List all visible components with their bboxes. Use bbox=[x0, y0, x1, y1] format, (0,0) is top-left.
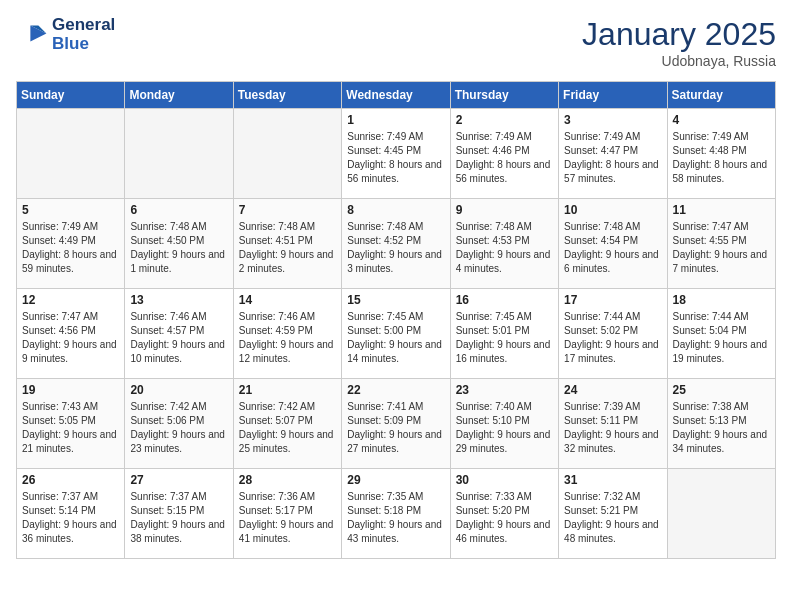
calendar-cell: 7Sunrise: 7:48 AMSunset: 4:51 PMDaylight… bbox=[233, 199, 341, 289]
day-number: 6 bbox=[130, 203, 227, 217]
cell-details: Sunrise: 7:39 AMSunset: 5:11 PMDaylight:… bbox=[564, 400, 661, 456]
logo: General Blue bbox=[16, 16, 115, 53]
day-number: 3 bbox=[564, 113, 661, 127]
day-number: 16 bbox=[456, 293, 553, 307]
calendar-cell: 23Sunrise: 7:40 AMSunset: 5:10 PMDayligh… bbox=[450, 379, 558, 469]
cell-details: Sunrise: 7:48 AMSunset: 4:51 PMDaylight:… bbox=[239, 220, 336, 276]
location-text: Udobnaya, Russia bbox=[582, 53, 776, 69]
day-number: 18 bbox=[673, 293, 770, 307]
calendar-cell: 8Sunrise: 7:48 AMSunset: 4:52 PMDaylight… bbox=[342, 199, 450, 289]
day-number: 31 bbox=[564, 473, 661, 487]
day-number: 22 bbox=[347, 383, 444, 397]
cell-details: Sunrise: 7:37 AMSunset: 5:15 PMDaylight:… bbox=[130, 490, 227, 546]
cell-details: Sunrise: 7:42 AMSunset: 5:06 PMDaylight:… bbox=[130, 400, 227, 456]
calendar-cell: 1Sunrise: 7:49 AMSunset: 4:45 PMDaylight… bbox=[342, 109, 450, 199]
calendar-cell: 6Sunrise: 7:48 AMSunset: 4:50 PMDaylight… bbox=[125, 199, 233, 289]
logo-text-blue: Blue bbox=[52, 35, 115, 54]
cell-details: Sunrise: 7:38 AMSunset: 5:13 PMDaylight:… bbox=[673, 400, 770, 456]
calendar-cell: 2Sunrise: 7:49 AMSunset: 4:46 PMDaylight… bbox=[450, 109, 558, 199]
day-number: 2 bbox=[456, 113, 553, 127]
cell-details: Sunrise: 7:46 AMSunset: 4:59 PMDaylight:… bbox=[239, 310, 336, 366]
calendar-week-row: 12Sunrise: 7:47 AMSunset: 4:56 PMDayligh… bbox=[17, 289, 776, 379]
cell-details: Sunrise: 7:43 AMSunset: 5:05 PMDaylight:… bbox=[22, 400, 119, 456]
page-header: General Blue January 2025 Udobnaya, Russ… bbox=[16, 16, 776, 69]
cell-details: Sunrise: 7:37 AMSunset: 5:14 PMDaylight:… bbox=[22, 490, 119, 546]
cell-details: Sunrise: 7:45 AMSunset: 5:00 PMDaylight:… bbox=[347, 310, 444, 366]
calendar-cell bbox=[17, 109, 125, 199]
calendar-cell: 10Sunrise: 7:48 AMSunset: 4:54 PMDayligh… bbox=[559, 199, 667, 289]
day-number: 27 bbox=[130, 473, 227, 487]
calendar-cell: 25Sunrise: 7:38 AMSunset: 5:13 PMDayligh… bbox=[667, 379, 775, 469]
day-number: 24 bbox=[564, 383, 661, 397]
day-header-thursday: Thursday bbox=[450, 82, 558, 109]
day-number: 4 bbox=[673, 113, 770, 127]
cell-details: Sunrise: 7:35 AMSunset: 5:18 PMDaylight:… bbox=[347, 490, 444, 546]
cell-details: Sunrise: 7:44 AMSunset: 5:02 PMDaylight:… bbox=[564, 310, 661, 366]
cell-details: Sunrise: 7:48 AMSunset: 4:54 PMDaylight:… bbox=[564, 220, 661, 276]
day-number: 17 bbox=[564, 293, 661, 307]
logo-icon bbox=[16, 19, 48, 51]
calendar-cell bbox=[125, 109, 233, 199]
calendar-week-row: 1Sunrise: 7:49 AMSunset: 4:45 PMDaylight… bbox=[17, 109, 776, 199]
day-number: 7 bbox=[239, 203, 336, 217]
day-header-saturday: Saturday bbox=[667, 82, 775, 109]
calendar-cell: 27Sunrise: 7:37 AMSunset: 5:15 PMDayligh… bbox=[125, 469, 233, 559]
calendar-cell: 12Sunrise: 7:47 AMSunset: 4:56 PMDayligh… bbox=[17, 289, 125, 379]
cell-details: Sunrise: 7:49 AMSunset: 4:47 PMDaylight:… bbox=[564, 130, 661, 186]
calendar-week-row: 5Sunrise: 7:49 AMSunset: 4:49 PMDaylight… bbox=[17, 199, 776, 289]
day-number: 25 bbox=[673, 383, 770, 397]
day-number: 8 bbox=[347, 203, 444, 217]
day-number: 10 bbox=[564, 203, 661, 217]
cell-details: Sunrise: 7:45 AMSunset: 5:01 PMDaylight:… bbox=[456, 310, 553, 366]
day-number: 26 bbox=[22, 473, 119, 487]
logo-text-general: General bbox=[52, 16, 115, 35]
cell-details: Sunrise: 7:32 AMSunset: 5:21 PMDaylight:… bbox=[564, 490, 661, 546]
day-number: 11 bbox=[673, 203, 770, 217]
day-header-tuesday: Tuesday bbox=[233, 82, 341, 109]
calendar-cell: 28Sunrise: 7:36 AMSunset: 5:17 PMDayligh… bbox=[233, 469, 341, 559]
cell-details: Sunrise: 7:49 AMSunset: 4:48 PMDaylight:… bbox=[673, 130, 770, 186]
calendar-cell: 31Sunrise: 7:32 AMSunset: 5:21 PMDayligh… bbox=[559, 469, 667, 559]
cell-details: Sunrise: 7:48 AMSunset: 4:52 PMDaylight:… bbox=[347, 220, 444, 276]
calendar-cell: 26Sunrise: 7:37 AMSunset: 5:14 PMDayligh… bbox=[17, 469, 125, 559]
cell-details: Sunrise: 7:44 AMSunset: 5:04 PMDaylight:… bbox=[673, 310, 770, 366]
cell-details: Sunrise: 7:48 AMSunset: 4:53 PMDaylight:… bbox=[456, 220, 553, 276]
calendar-cell: 17Sunrise: 7:44 AMSunset: 5:02 PMDayligh… bbox=[559, 289, 667, 379]
calendar-cell: 19Sunrise: 7:43 AMSunset: 5:05 PMDayligh… bbox=[17, 379, 125, 469]
calendar-cell: 30Sunrise: 7:33 AMSunset: 5:20 PMDayligh… bbox=[450, 469, 558, 559]
day-number: 5 bbox=[22, 203, 119, 217]
cell-details: Sunrise: 7:36 AMSunset: 5:17 PMDaylight:… bbox=[239, 490, 336, 546]
cell-details: Sunrise: 7:41 AMSunset: 5:09 PMDaylight:… bbox=[347, 400, 444, 456]
day-number: 1 bbox=[347, 113, 444, 127]
day-header-monday: Monday bbox=[125, 82, 233, 109]
cell-details: Sunrise: 7:49 AMSunset: 4:45 PMDaylight:… bbox=[347, 130, 444, 186]
day-number: 19 bbox=[22, 383, 119, 397]
calendar-cell: 18Sunrise: 7:44 AMSunset: 5:04 PMDayligh… bbox=[667, 289, 775, 379]
cell-details: Sunrise: 7:49 AMSunset: 4:49 PMDaylight:… bbox=[22, 220, 119, 276]
title-block: January 2025 Udobnaya, Russia bbox=[582, 16, 776, 69]
cell-details: Sunrise: 7:42 AMSunset: 5:07 PMDaylight:… bbox=[239, 400, 336, 456]
calendar-cell: 16Sunrise: 7:45 AMSunset: 5:01 PMDayligh… bbox=[450, 289, 558, 379]
calendar-cell: 9Sunrise: 7:48 AMSunset: 4:53 PMDaylight… bbox=[450, 199, 558, 289]
cell-details: Sunrise: 7:40 AMSunset: 5:10 PMDaylight:… bbox=[456, 400, 553, 456]
day-number: 29 bbox=[347, 473, 444, 487]
day-number: 20 bbox=[130, 383, 227, 397]
day-number: 23 bbox=[456, 383, 553, 397]
calendar-cell: 11Sunrise: 7:47 AMSunset: 4:55 PMDayligh… bbox=[667, 199, 775, 289]
calendar-cell: 13Sunrise: 7:46 AMSunset: 4:57 PMDayligh… bbox=[125, 289, 233, 379]
calendar-cell: 21Sunrise: 7:42 AMSunset: 5:07 PMDayligh… bbox=[233, 379, 341, 469]
calendar-table: SundayMondayTuesdayWednesdayThursdayFrid… bbox=[16, 81, 776, 559]
calendar-cell: 15Sunrise: 7:45 AMSunset: 5:00 PMDayligh… bbox=[342, 289, 450, 379]
calendar-cell bbox=[667, 469, 775, 559]
calendar-cell: 20Sunrise: 7:42 AMSunset: 5:06 PMDayligh… bbox=[125, 379, 233, 469]
month-title: January 2025 bbox=[582, 16, 776, 53]
cell-details: Sunrise: 7:47 AMSunset: 4:56 PMDaylight:… bbox=[22, 310, 119, 366]
calendar-week-row: 19Sunrise: 7:43 AMSunset: 5:05 PMDayligh… bbox=[17, 379, 776, 469]
cell-details: Sunrise: 7:46 AMSunset: 4:57 PMDaylight:… bbox=[130, 310, 227, 366]
cell-details: Sunrise: 7:47 AMSunset: 4:55 PMDaylight:… bbox=[673, 220, 770, 276]
day-number: 12 bbox=[22, 293, 119, 307]
calendar-cell: 14Sunrise: 7:46 AMSunset: 4:59 PMDayligh… bbox=[233, 289, 341, 379]
day-header-friday: Friday bbox=[559, 82, 667, 109]
day-header-wednesday: Wednesday bbox=[342, 82, 450, 109]
calendar-cell: 5Sunrise: 7:49 AMSunset: 4:49 PMDaylight… bbox=[17, 199, 125, 289]
